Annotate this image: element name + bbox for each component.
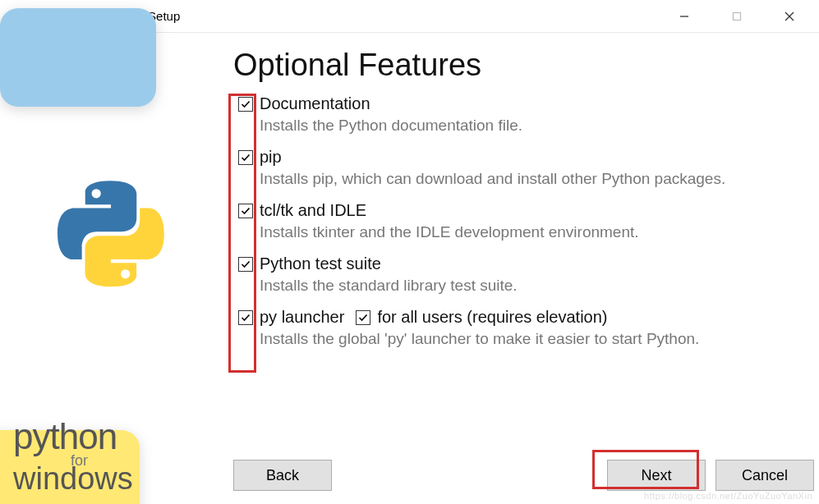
option-pip: pip Installs pip, which can download and… bbox=[238, 148, 794, 188]
back-button[interactable]: Back bbox=[233, 460, 332, 491]
checkbox-testsuite[interactable] bbox=[238, 257, 253, 272]
label-documentation: Documentation bbox=[260, 94, 370, 113]
checkbox-pip[interactable] bbox=[238, 150, 253, 165]
desc-pip: Installs pip, which can download and ins… bbox=[260, 170, 794, 188]
label-tcltk: tcl/tk and IDLE bbox=[260, 201, 366, 220]
desc-tcltk: Installs tkinter and the IDLE developmen… bbox=[260, 223, 794, 241]
desc-testsuite: Installs the standard library test suite… bbox=[260, 277, 794, 295]
watermark-text: https://blog.csdn.net/ZuoYuZuoYanXin bbox=[644, 491, 812, 501]
desc-pylauncher: Installs the global 'py' launcher to mak… bbox=[260, 330, 794, 348]
cancel-button[interactable]: Cancel bbox=[715, 460, 814, 491]
label-pylauncher: py launcher bbox=[260, 308, 344, 327]
maximize-button[interactable] bbox=[711, 0, 763, 33]
brand-text: python for windows bbox=[13, 419, 133, 494]
desc-documentation: Installs the Python documentation file. bbox=[260, 117, 794, 135]
brand-windows: windows bbox=[13, 463, 133, 494]
checkbox-documentation[interactable] bbox=[238, 97, 253, 112]
label-pip: pip bbox=[260, 148, 282, 167]
sidebar: python for windows bbox=[0, 33, 214, 504]
button-row: Back Next Cancel bbox=[233, 460, 814, 491]
next-button[interactable]: Next bbox=[607, 460, 706, 491]
page-heading: Optional Features bbox=[233, 48, 794, 83]
option-tcltk: tcl/tk and IDLE Installs tkinter and the… bbox=[238, 201, 794, 241]
brand-python: python bbox=[13, 419, 133, 455]
python-logo-icon bbox=[58, 181, 164, 287]
option-pylauncher: py launcher for all users (requires elev… bbox=[238, 308, 794, 348]
option-documentation: Documentation Installs the Python docume… bbox=[238, 94, 794, 135]
main-panel: Optional Features Documentation Installs… bbox=[214, 33, 819, 504]
checkbox-pylauncher[interactable] bbox=[238, 310, 253, 325]
svg-rect-1 bbox=[734, 12, 741, 20]
label-allusers: for all users (requires elevation) bbox=[377, 308, 607, 327]
checkbox-tcltk[interactable] bbox=[238, 204, 253, 218]
option-testsuite: Python test suite Installs the standard … bbox=[238, 254, 794, 295]
decorative-blob-blue bbox=[0, 8, 156, 107]
checkbox-allusers[interactable] bbox=[356, 310, 370, 325]
minimize-button[interactable] bbox=[658, 0, 711, 33]
close-button[interactable] bbox=[763, 0, 816, 33]
label-testsuite: Python test suite bbox=[260, 254, 381, 273]
